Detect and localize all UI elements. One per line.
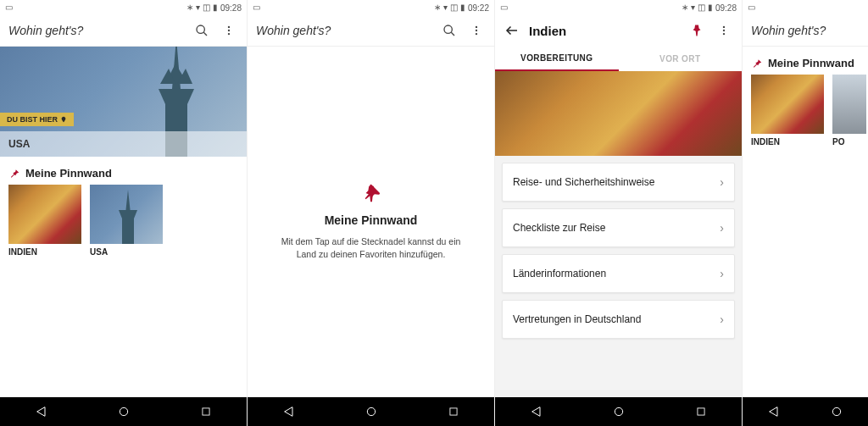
- search-placeholder[interactable]: Wohin geht's?: [8, 24, 184, 37]
- screen-home-with-hero: ▭ ∗ ▾ ◫ ▮ 09:28 Wohin geht's?: [0, 0, 248, 426]
- hero-image-india: [495, 71, 742, 156]
- back-icon[interactable]: [504, 21, 520, 40]
- svg-point-17: [444, 25, 452, 33]
- header: Wohin geht's?: [743, 15, 868, 46]
- list-row[interactable]: Vertretungen in Deutschland ›: [502, 300, 735, 339]
- no-sim-icon: ◫: [450, 3, 458, 12]
- list-row-label: Vertretungen in Deutschland: [513, 313, 641, 325]
- wifi-icon: ▾: [691, 3, 695, 12]
- more-icon[interactable]: [467, 21, 486, 40]
- nav-home-icon[interactable]: [608, 401, 630, 423]
- battery-icon: ▮: [213, 3, 218, 12]
- nav-recent-icon[interactable]: [442, 401, 465, 423]
- list-row[interactable]: Reise- und Sicherheitshinweise ›: [502, 163, 735, 202]
- svg-point-19: [476, 26, 477, 28]
- svg-line-18: [451, 32, 454, 36]
- bluetooth-icon: ∗: [186, 3, 193, 12]
- nav-home-icon[interactable]: [360, 401, 382, 423]
- tab-vorbereitung[interactable]: VORBEREITUNG: [495, 46, 619, 71]
- list-row[interactable]: Checkliste zur Reise ›: [502, 208, 735, 247]
- svg-point-2: [228, 26, 230, 28]
- status-time: 09:22: [468, 3, 489, 13]
- header: Indien: [495, 15, 742, 46]
- wifi-icon: ▾: [443, 3, 448, 12]
- bluetooth-icon: ∗: [682, 3, 688, 12]
- status-bar: ▭ ∗ ▾ ◫ ▮ 09:28: [0, 0, 247, 15]
- svg-point-21: [476, 33, 477, 35]
- battery-icon: ▮: [708, 3, 713, 12]
- list-row[interactable]: Länderinformationen ›: [502, 254, 735, 293]
- list-row-label: Reise- und Sicherheitshinweise: [513, 176, 654, 188]
- thumb-image: [832, 75, 866, 134]
- search-icon[interactable]: [440, 21, 459, 40]
- svg-point-31: [615, 407, 622, 415]
- svg-point-15: [120, 407, 127, 415]
- tab-vor-ort[interactable]: VOR ORT: [619, 46, 743, 71]
- empty-description: Mit dem Tap auf die Stecknadel kannst du…: [273, 235, 469, 260]
- thumb-label: INDIEN: [751, 137, 824, 147]
- thumb-usa[interactable]: USA: [90, 185, 163, 257]
- nav-recent-icon[interactable]: [690, 401, 712, 423]
- status-bar: ▭ ∗ ▾ ◫ ▮ 09:22: [248, 0, 494, 15]
- header: Wohin geht's?: [0, 15, 247, 46]
- pin-icon: [751, 58, 763, 69]
- pin-icon: [362, 183, 381, 205]
- status-bar: ▭ ∗ ▾ ◫ ▮ 09:28: [495, 0, 742, 15]
- more-icon[interactable]: [715, 21, 733, 40]
- svg-line-1: [203, 32, 207, 36]
- screen-home-empty: ▭ ∗ ▾ ◫ ▮ 09:22 Wohin geht's? Meine Pinn…: [248, 0, 495, 426]
- hero-caption: USA: [0, 131, 247, 157]
- svg-marker-7: [159, 89, 194, 104]
- thumb-image: [90, 185, 163, 244]
- thumb-image: [751, 75, 824, 134]
- android-navbar: [0, 397, 247, 426]
- location-pin-icon: [60, 115, 67, 124]
- chevron-right-icon: ›: [720, 313, 724, 326]
- svg-point-20: [476, 30, 477, 31]
- device-icon: ▭: [500, 3, 508, 12]
- device-icon: ▭: [748, 3, 755, 12]
- pin-icon[interactable]: [687, 21, 706, 40]
- header: Wohin geht's?: [248, 15, 494, 46]
- svg-rect-16: [202, 408, 209, 415]
- search-placeholder[interactable]: Wohin geht's?: [256, 24, 431, 37]
- nav-home-icon[interactable]: [113, 401, 135, 423]
- search-icon[interactable]: [192, 21, 211, 40]
- pinboard-title: Meine Pinnwand: [768, 57, 854, 69]
- svg-point-29: [723, 33, 725, 35]
- nav-back-icon[interactable]: [31, 401, 53, 423]
- list-row-label: Länderinformationen: [513, 268, 606, 279]
- nav-back-icon[interactable]: [526, 401, 548, 423]
- thumb-polen-cut[interactable]: PO: [832, 75, 866, 147]
- pinboard-thumbs: INDIEN PO: [743, 75, 868, 147]
- svg-marker-23: [284, 407, 292, 417]
- svg-point-28: [723, 30, 725, 31]
- nav-back-icon[interactable]: [278, 401, 300, 423]
- nav-recent-icon[interactable]: [195, 401, 217, 423]
- status-time: 09:28: [220, 3, 242, 13]
- svg-point-4: [228, 33, 230, 35]
- hero-card-usa[interactable]: DU BIST HIER USA: [0, 47, 247, 157]
- status-time: 09:28: [715, 3, 737, 13]
- pinboard-header: Meine Pinnwand: [0, 157, 247, 185]
- thumb-indien[interactable]: INDIEN: [8, 185, 81, 257]
- svg-rect-32: [697, 408, 704, 415]
- thumb-indien[interactable]: INDIEN: [751, 75, 824, 147]
- chevron-right-icon: ›: [720, 175, 724, 189]
- chevron-right-icon: ›: [720, 221, 724, 235]
- svg-marker-33: [770, 407, 777, 417]
- nav-home-icon[interactable]: [826, 401, 848, 423]
- svg-marker-14: [36, 407, 44, 417]
- device-icon: ▭: [253, 3, 260, 12]
- no-sim-icon: ◫: [698, 3, 705, 12]
- more-icon[interactable]: [220, 21, 238, 40]
- pinboard-title: Meine Pinnwand: [25, 167, 112, 180]
- android-navbar: [743, 397, 868, 426]
- nav-back-icon[interactable]: [763, 401, 785, 423]
- pin-icon: [8, 168, 20, 180]
- android-navbar: [248, 397, 494, 426]
- svg-marker-30: [531, 407, 539, 417]
- svg-marker-12: [125, 190, 131, 213]
- search-placeholder[interactable]: Wohin geht's?: [751, 24, 860, 37]
- svg-marker-13: [119, 210, 137, 219]
